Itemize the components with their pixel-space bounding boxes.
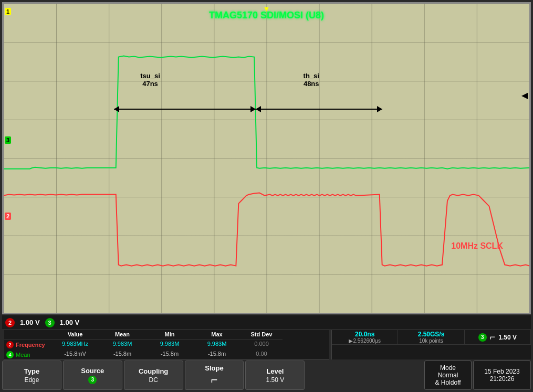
tsu-arrow	[114, 109, 256, 110]
right-info-panel: 20.0ns ▶2.562600µs 2.50GS/s 10k points 3…	[331, 330, 531, 359]
source-ch3-circle: 3	[88, 376, 97, 384]
level-label: Level	[266, 367, 284, 375]
source-label: Source	[81, 367, 104, 375]
mode-label: Mode	[440, 364, 456, 372]
trigger-ch-cell: 3 ⌐ 1.50 V	[465, 330, 531, 344]
mean-row-label: 4 Mean	[4, 349, 51, 359]
ch3-circle: 3	[478, 333, 487, 342]
coupling-button[interactable]: Coupling DC	[124, 361, 183, 390]
right-arrow-indicator: ◀	[521, 90, 528, 100]
slope-button[interactable]: Slope ⌐	[185, 361, 244, 390]
mean-value: -15.8mV	[51, 349, 99, 359]
coupling-label: Coupling	[139, 367, 168, 375]
freq-mean: 9.983M	[99, 340, 146, 349]
stats-col1-header: Value	[51, 330, 99, 340]
mean-std: 0.00	[241, 349, 283, 359]
stats-col4-header: Max	[193, 330, 241, 340]
datetime-box: 15 Feb 2023 21:20:26	[473, 361, 531, 390]
stats-table: Value Mean Min Max Std Dev 2 Frequency 9…	[4, 330, 329, 359]
type-label: Type	[24, 367, 39, 375]
toolbar-spacer	[306, 361, 423, 390]
timebase-row: 20.0ns ▶2.562600µs 2.50GS/s 10k points 3…	[332, 330, 531, 345]
stats-col0-header	[4, 330, 51, 340]
type-button[interactable]: Type Edge	[2, 361, 61, 390]
level-button[interactable]: Level 1.50 V	[245, 361, 305, 390]
freq-value: 9.983MHz	[51, 340, 99, 349]
ch2-voltage: 1.00 V	[20, 319, 40, 326]
time-display: 21:20:26	[490, 375, 515, 383]
scope-display: ▼ 1 3 2 TMAG5170 SDI/MOSI (U8) tsu_si 47…	[2, 2, 531, 314]
sclk-label: 10MHz SCLK	[451, 241, 503, 251]
source-value-container: 3	[88, 376, 97, 384]
slope-icon: ⌐	[211, 373, 218, 387]
type-value: Edge	[24, 376, 39, 384]
mode-line2: & Holdoff	[435, 379, 461, 386]
waveforms-svg	[4, 4, 529, 313]
mean-min: -15.8m	[146, 349, 193, 359]
stats-area: Value Mean Min Max Std Dev 2 Frequency 9…	[4, 330, 329, 359]
toolbar: Type Edge Source 3 Coupling DC Slope ⌐ L…	[2, 361, 531, 390]
source-button[interactable]: Source 3	[63, 361, 122, 390]
ch4-dot: 4	[6, 351, 14, 358]
mean-max: -15.8m	[193, 349, 241, 359]
stats-col3-header: Min	[146, 330, 193, 340]
stats-right-area: Value Mean Min Max Std Dev 2 Frequency 9…	[2, 330, 531, 359]
mean-mean: -15.8m	[99, 349, 146, 359]
sample-rate-cell: 2.50GS/s 10k points	[398, 330, 464, 344]
tsu-label: tsu_si 47ns	[140, 72, 160, 88]
th-label: th_si 48ns	[304, 72, 319, 88]
ch2-tag: 2	[5, 318, 15, 327]
level-value: 1.50 V	[266, 376, 285, 384]
ch2-label: 2	[5, 213, 11, 220]
freq-max: 9.983M	[193, 340, 241, 349]
ch3-label: 3	[5, 136, 11, 144]
ch3-voltage-meas: 1.00 V	[60, 319, 80, 326]
freq-std: 0.000	[241, 340, 283, 349]
stats-col2-header: Mean	[99, 330, 146, 340]
scope-title: TMAG5170 SDI/MOSI (U8)	[209, 10, 324, 21]
stats-col5-header: Std Dev	[241, 330, 283, 340]
ch3-tag: 3	[45, 318, 55, 327]
freq-min: 9.983M	[146, 340, 193, 349]
slope-label: Slope	[205, 364, 223, 372]
th-arrow	[256, 109, 382, 110]
timebase-cell: 20.0ns ▶2.562600µs	[332, 330, 398, 344]
ch2-dot: 2	[6, 341, 14, 348]
freq-row-label: 2 Frequency	[4, 340, 51, 349]
slope-symbol: ⌐	[490, 332, 496, 343]
mode-line1: Normal	[438, 372, 458, 379]
date-display: 15 Feb 2023	[484, 368, 519, 375]
ch1-label: 1	[5, 8, 11, 15]
coupling-value: DC	[149, 376, 158, 384]
meas-bar: 2 1.00 V 3 1.00 V	[2, 315, 531, 330]
ch3-voltage-right: 1.50 V	[498, 334, 517, 341]
mode-box[interactable]: Mode Normal & Holdoff	[424, 361, 472, 390]
